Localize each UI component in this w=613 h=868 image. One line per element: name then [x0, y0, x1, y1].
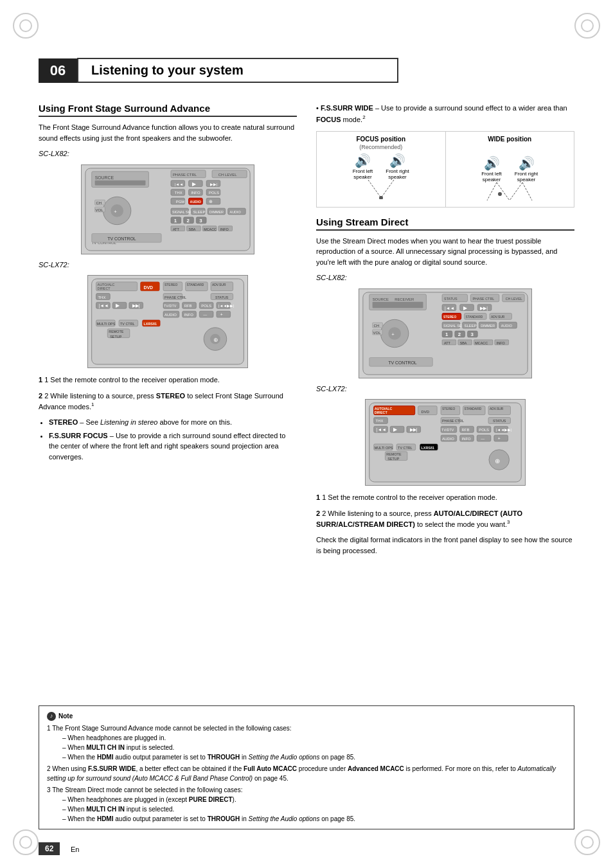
svg-text:|◄◄▶▶|: |◄◄▶▶| [218, 304, 235, 308]
svg-text:—: — [481, 437, 484, 441]
note-item-1: 1 The Front Stage Surround Advance mode … [47, 723, 566, 762]
svg-text:3: 3 [199, 217, 202, 223]
svg-text:REMOTE: REMOTE [109, 330, 124, 333]
svg-text:2: 2 [187, 217, 190, 223]
note-sub-1-3: – When the HDMI audio output parameter i… [62, 752, 566, 762]
svg-text:VOL: VOL [373, 331, 382, 335]
page-number: 62 [39, 842, 60, 855]
step2-extra-right: Check the digital format indicators in t… [316, 535, 574, 556]
svg-line-111 [381, 180, 394, 198]
svg-text:▶: ▶ [393, 427, 398, 432]
svg-text:INFO: INFO [184, 313, 194, 317]
focus-speaker-left-icon: 🔊 [353, 153, 373, 168]
bullet-wide-suffix: mode. [343, 115, 363, 123]
focus-half: FOCUS position (Recommended) 🔊 Front lef… [317, 132, 446, 207]
remote-lx82-right: STATUS PHASE CTRL CH LEVEL SOURCE RECEIV… [316, 288, 574, 380]
svg-text:+: + [498, 436, 501, 441]
svg-text:SBA: SBA [189, 227, 196, 231]
step2-num-right: 2 [316, 509, 320, 517]
remote-lx72-left: AUTO/ALC DIRECT DVD STEREO STANDARD ADV.… [39, 275, 297, 369]
bullet-stereo-bold: STEREO [49, 418, 78, 426]
focus-speaker-left-label: Front leftspeaker [353, 168, 373, 180]
svg-text:SLEEP: SLEEP [465, 324, 477, 328]
svg-text:▶▶|: ▶▶| [410, 427, 418, 432]
left-column: Using Front Stage Surround Advance The F… [39, 103, 297, 561]
note-text-1: The Front Stage Surround Advance mode ca… [52, 725, 291, 732]
step2-prefix-left: 2 While listening to a source, press [44, 392, 156, 400]
svg-text:MULTI OPS: MULTI OPS [375, 446, 393, 450]
corner-decoration-br [574, 829, 600, 855]
svg-rect-3 [95, 180, 146, 185]
remote-lx82-left: SOURCE PHASE CTRL CH LEVEL |◄◄ ▶ ▶▶| THX… [39, 164, 297, 256]
svg-text:DVD: DVD [144, 285, 154, 290]
note-label: Note [58, 711, 73, 721]
svg-text:PGM: PGM [176, 200, 185, 204]
corner-decoration-bl [13, 829, 39, 855]
svg-text:1: 1 [445, 332, 449, 337]
chapter-title: Listening to your system [77, 58, 398, 83]
note-item-2: 2 When using F.S.SURR WIDE, a better eff… [47, 764, 566, 783]
svg-text:RFB: RFB [462, 428, 470, 432]
wide-speaker-left-icon: 🔊 [481, 155, 502, 171]
svg-text:STANDARD: STANDARD [187, 283, 204, 287]
wide-half: WIDE position 🔊 Front leftspeaker 🔊 Fron… [446, 132, 574, 207]
svg-text:|◄◄: |◄◄ [175, 182, 183, 186]
sc-lx72-label-right: SC-LX72: [316, 384, 574, 394]
svg-text:INFO: INFO [220, 227, 229, 231]
svg-text:DIMMER: DIMMER [481, 324, 495, 328]
wide-label: WIDE position [450, 136, 571, 143]
svg-text:MCACC: MCACC [204, 227, 217, 231]
svg-text:—: — [203, 313, 207, 317]
bullet-wide-focus: FOCUS [316, 115, 341, 123]
note-sub-3-3: – When the HDMI audio output parameter i… [62, 814, 566, 824]
step1-text-left: 1 Set the remote control to the receiver… [44, 376, 220, 384]
step2-left: 2 2 While listening to a source, press S… [39, 391, 297, 412]
svg-text:TV CTRL: TV CTRL [120, 322, 135, 326]
svg-rect-96 [217, 311, 231, 317]
svg-text:SIGNAL SEL: SIGNAL SEL [172, 209, 192, 213]
svg-line-113 [487, 182, 497, 200]
svg-text:+: + [114, 208, 117, 214]
svg-text:3: 3 [470, 332, 474, 337]
svg-text:ATT: ATT [173, 227, 180, 231]
note-text-2: When using F.S.SURR WIDE, a better effec… [47, 765, 556, 782]
chapter-header: 06 Listening to your system [39, 58, 398, 83]
focus-sublabel: (Recommended) [321, 144, 441, 150]
svg-text:⊕: ⊕ [495, 457, 500, 465]
remote-svg-lx72-left: AUTO/ALC DIRECT DVD STEREO STANDARD ADV.… [87, 275, 248, 368]
sc-lx82-label-right: SC-LX82: [316, 272, 574, 283]
corner-decoration-tr [574, 13, 600, 39]
svg-text:MULTI OPS: MULTI OPS [97, 322, 116, 326]
svg-text:+: + [391, 332, 395, 337]
svg-text:SLEEP: SLEEP [193, 209, 205, 213]
note-sub-3-2: – When MULTI CH IN input is selected. [62, 804, 566, 814]
note-title: ♪ Note [47, 711, 566, 721]
corner-decoration-tl [13, 13, 39, 39]
svg-text:SIGNAL SEL: SIGNAL SEL [443, 324, 463, 328]
svg-text:ATT: ATT [444, 341, 451, 344]
svg-text:▶: ▶ [192, 181, 197, 186]
svg-text:SETUP: SETUP [110, 335, 121, 339]
svg-text:VOL: VOL [96, 208, 104, 211]
svg-text:CH LEVEL: CH LEVEL [506, 296, 522, 300]
svg-text:POLS: POLS [479, 428, 489, 432]
svg-text:PHASE CTRL: PHASE CTRL [173, 172, 197, 176]
bullet-stereo: STEREO – See Listening in stereo above f… [49, 417, 297, 428]
bullet-focus-bold: F.S.SURR FOCUS [49, 432, 108, 439]
svg-text:DIRECT: DIRECT [98, 287, 111, 290]
remote-svg-lx82-right: STATUS PHASE CTRL CH LEVEL SOURCE RECEIV… [359, 288, 532, 378]
svg-line-116 [510, 182, 522, 200]
note-sub-1-2: – When MULTI CH IN input is selected. [62, 743, 566, 752]
right-column: • F.S.SURR WIDE – Use to provide a surro… [316, 103, 574, 561]
step2-bold-left: STEREO [156, 392, 185, 400]
svg-text:ADV.SUR: ADV.SUR [490, 407, 504, 411]
bullet-wide-text: – Use to provide a surround sound effect… [375, 104, 567, 112]
focus-wide-diagram: FOCUS position (Recommended) 🔊 Front lef… [316, 131, 574, 208]
step1-left: 1 1 Set the remote control to the receiv… [39, 375, 297, 385]
bullet-stereo-text2: above for more on this. [159, 418, 232, 426]
svg-text:REMOTE: REMOTE [386, 452, 402, 456]
svg-line-114 [497, 182, 510, 200]
svg-text:▶▶|: ▶▶| [132, 303, 140, 308]
svg-text:POLS: POLS [209, 191, 219, 195]
svg-text:SETUP: SETUP [387, 457, 399, 461]
